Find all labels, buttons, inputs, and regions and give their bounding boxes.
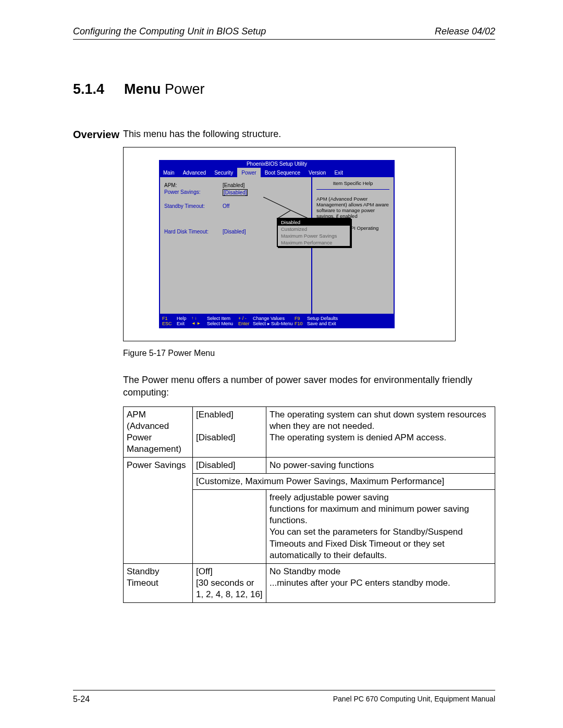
bios-key-legend: F1 Help ↑ ↓ Select Item + / - Change Val…	[159, 315, 395, 328]
cell-apm-values: [Enabled] [Disabled]	[193, 406, 266, 457]
bios-help-p1: APM (Advanced Power Management) allows A…	[316, 196, 389, 219]
params-table: APM (Advanced Power Management) [Enabled…	[123, 406, 495, 603]
footer-manual: Panel PC 670 Computing Unit, Equipment M…	[333, 695, 495, 704]
overview-intro: This menu has the following structure.	[123, 129, 495, 140]
cell-standby-values: [Off] [30 seconds or 1, 2, 4, 8, 12, 16]	[193, 563, 266, 602]
cell-apm-name: APM (Advanced Power Management)	[124, 406, 193, 457]
page-header: Configuring the Computing Unit in BIOS S…	[73, 26, 495, 40]
power-menu-intro: The Power menu offers a number of power …	[123, 374, 495, 399]
overview-label: Overview	[73, 129, 114, 603]
header-right: Release 04/02	[435, 26, 495, 37]
cell-ps-disabled: [Disabled]	[193, 457, 266, 473]
bios-row-apm[interactable]: APM: [Enabled]	[164, 182, 307, 188]
bios-tab-security[interactable]: Security	[210, 170, 237, 176]
cell-ps-blank	[193, 490, 266, 564]
bios-title: PhoenixBIOS Setup Utility	[159, 160, 395, 168]
section-title: Menu Power	[124, 81, 205, 97]
page-footer: 5-24 Panel PC 670 Computing Unit, Equipm…	[73, 690, 495, 704]
dropdown-opt-maxperf[interactable]: Maximum Performance	[278, 239, 350, 246]
table-row: Power Savings [Disabled] No power-saving…	[124, 457, 495, 473]
bios-dropdown[interactable]: Disabled Customized Maximum Power Saving…	[277, 218, 351, 247]
figure-caption: Figure 5-17 Power Menu	[123, 349, 495, 358]
bios-menubar: Main Advanced Security Power Boot Sequen…	[159, 168, 395, 177]
cell-ps-options: [Customize, Maximum Power Savings, Maxim…	[193, 474, 495, 490]
table-row: Standby Timeout [Off] [30 seconds or 1, …	[124, 563, 495, 602]
bios-tab-advanced[interactable]: Advanced	[179, 170, 210, 176]
bios-tab-version[interactable]: Version	[304, 170, 330, 176]
bios-screenshot: PhoenixBIOS Setup Utility Main Advanced …	[123, 147, 456, 341]
cell-ps-desc: freely adjustable power saving functions…	[266, 490, 495, 564]
bios-tab-exit[interactable]: Exit	[330, 170, 347, 176]
footer-page: 5-24	[73, 695, 90, 704]
bios-tab-boot[interactable]: Boot Sequence	[261, 170, 304, 176]
dropdown-opt-customized[interactable]: Customized	[278, 226, 350, 232]
cell-ps-disabled-desc: No power-saving functions	[266, 457, 495, 473]
dropdown-opt-disabled[interactable]: Disabled	[278, 219, 350, 226]
header-left: Configuring the Computing Unit in BIOS S…	[73, 26, 266, 37]
cell-standby-desc: No Standby mode ...minutes after your PC…	[266, 563, 495, 602]
section-number: 5.1.4	[73, 81, 104, 97]
bios-tab-power[interactable]: Power	[237, 168, 260, 177]
dropdown-opt-maxsave[interactable]: Maximum Power Savings	[278, 232, 350, 239]
bios-row-power-savings[interactable]: Power Savings: [Disabled]	[164, 189, 307, 196]
table-row: APM (Advanced Power Management) [Enabled…	[124, 406, 495, 457]
bios-row-standby[interactable]: Standby Timeout: Off	[164, 203, 307, 209]
bios-help-head: Item Specific Help	[316, 180, 389, 190]
cell-apm-desc: The operating system can shut down syste…	[266, 406, 495, 457]
bios-tab-main[interactable]: Main	[159, 170, 179, 176]
cell-ps-name: Power Savings	[124, 457, 193, 563]
section-heading: 5.1.4 Menu Power	[73, 81, 495, 97]
cell-standby-name: Standby Timeout	[124, 563, 193, 602]
